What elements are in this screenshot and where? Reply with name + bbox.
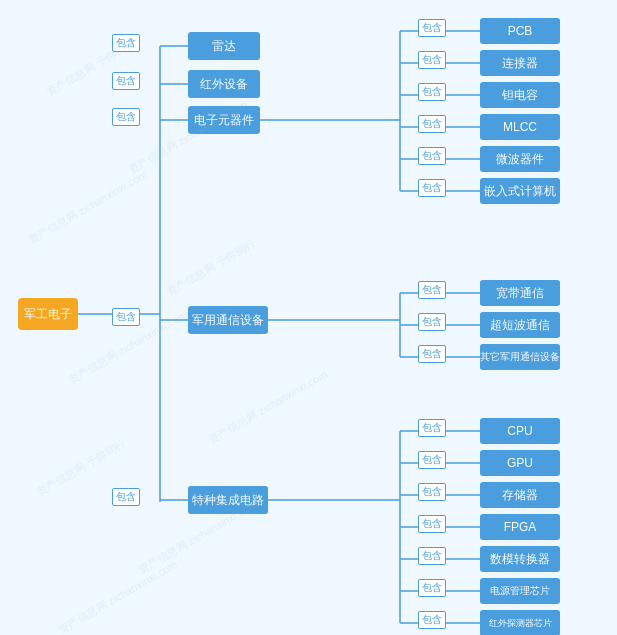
leaf-label-mem: 存储器	[502, 487, 538, 504]
leaf-label-gpu: GPU	[507, 456, 533, 470]
mid-label-ir: 红外设备	[200, 76, 248, 93]
baohan-mem: 包含	[418, 483, 446, 501]
leaf-label-tantalum: 钽电容	[502, 87, 538, 104]
leaf-label-broad: 宽带通信	[496, 285, 544, 302]
leaf-label-mlcc: MLCC	[503, 120, 537, 134]
baohan-uhf: 包含	[418, 313, 446, 331]
leaf-mlcc[interactable]: MLCC	[480, 114, 560, 140]
baohan-tantalum: 包含	[418, 83, 446, 101]
baohan-mlcc: 包含	[418, 115, 446, 133]
baohan-ic: 包含	[112, 488, 140, 506]
baohan-pmic: 包含	[418, 579, 446, 597]
leaf-mem[interactable]: 存储器	[480, 482, 560, 508]
leaf-gpu[interactable]: GPU	[480, 450, 560, 476]
mid-node-ic[interactable]: 特种集成电路	[188, 486, 268, 514]
mid-label-radar: 雷达	[212, 38, 236, 55]
baohan-conn: 包含	[418, 51, 446, 69]
leaf-ir2[interactable]: 红外探测器芯片	[480, 610, 560, 635]
leaf-uhf[interactable]: 超短波通信	[480, 312, 560, 338]
mid-label-elec: 电子元器件	[194, 112, 254, 129]
leaf-pcb[interactable]: PCB	[480, 18, 560, 44]
mid-label-comm: 军用通信设备	[192, 312, 264, 329]
tree-container: 军工电子 雷达 红外设备 电子元器件 军用通信设备 特种集成电路 PCB 连接器…	[0, 0, 617, 635]
leaf-fpga[interactable]: FPGA	[480, 514, 560, 540]
leaf-pmic[interactable]: 电源管理芯片	[480, 578, 560, 604]
root-node[interactable]: 军工电子	[18, 298, 78, 330]
baohan-ir2: 包含	[418, 611, 446, 629]
mid-node-radar[interactable]: 雷达	[188, 32, 260, 60]
baohan-ir: 包含	[112, 72, 140, 90]
baohan-embed: 包含	[418, 179, 446, 197]
baohan-dac: 包含	[418, 547, 446, 565]
baohan-cpu: 包含	[418, 419, 446, 437]
baohan-broad: 包含	[418, 281, 446, 299]
leaf-label-embed: 嵌入式计算机	[484, 183, 556, 200]
leaf-label-pmic: 电源管理芯片	[490, 584, 550, 598]
leaf-broad[interactable]: 宽带通信	[480, 280, 560, 306]
leaf-label-dac: 数模转换器	[490, 551, 550, 568]
leaf-label-other: 其它军用通信设备	[480, 350, 560, 364]
mid-node-comm[interactable]: 军用通信设备	[188, 306, 268, 334]
mid-label-ic: 特种集成电路	[192, 492, 264, 509]
baohan-elec: 包含	[112, 108, 140, 126]
leaf-label-uhf: 超短波通信	[490, 317, 550, 334]
baohan-micro: 包含	[418, 147, 446, 165]
leaf-cpu[interactable]: CPU	[480, 418, 560, 444]
leaf-other[interactable]: 其它军用通信设备	[480, 344, 560, 370]
leaf-tantalum[interactable]: 钽电容	[480, 82, 560, 108]
leaf-label-pcb: PCB	[508, 24, 533, 38]
leaf-micro[interactable]: 微波器件	[480, 146, 560, 172]
root-label: 军工电子	[24, 306, 72, 323]
mid-node-elec[interactable]: 电子元器件	[188, 106, 260, 134]
leaf-label-ir2: 红外探测器芯片	[489, 617, 552, 630]
baohan-comm: 包含	[112, 308, 140, 326]
leaf-dac[interactable]: 数模转换器	[480, 546, 560, 572]
leaf-conn[interactable]: 连接器	[480, 50, 560, 76]
leaf-label-micro: 微波器件	[496, 151, 544, 168]
baohan-fpga: 包含	[418, 515, 446, 533]
baohan-other: 包含	[418, 345, 446, 363]
mid-node-ir[interactable]: 红外设备	[188, 70, 260, 98]
baohan-radar: 包含	[112, 34, 140, 52]
leaf-label-cpu: CPU	[507, 424, 532, 438]
baohan-gpu: 包含	[418, 451, 446, 469]
leaf-label-conn: 连接器	[502, 55, 538, 72]
leaf-embed[interactable]: 嵌入式计算机	[480, 178, 560, 204]
baohan-pcb: 包含	[418, 19, 446, 37]
leaf-label-fpga: FPGA	[504, 520, 537, 534]
